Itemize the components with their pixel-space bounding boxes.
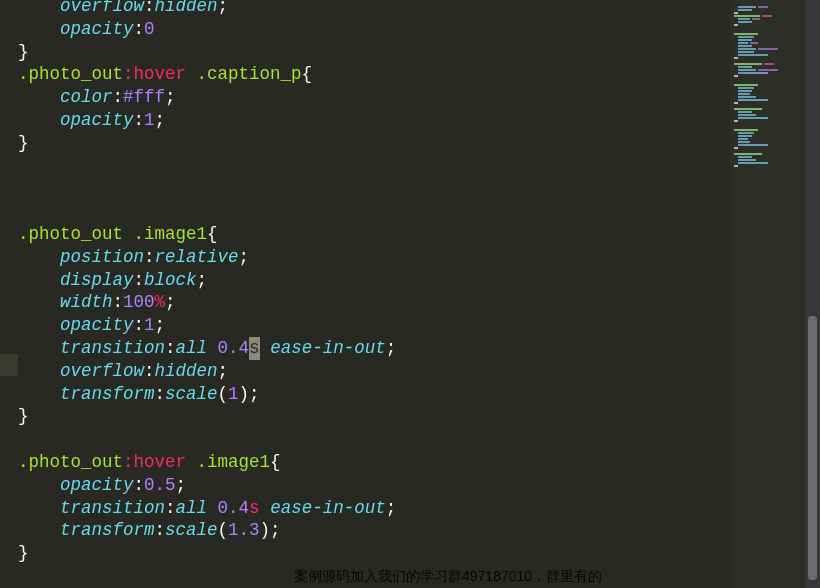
minimap-line	[734, 15, 760, 17]
minimap-line	[738, 138, 748, 140]
code-line[interactable]: }	[18, 405, 29, 428]
gutter-current-line-mark	[0, 354, 18, 376]
minimap-line	[734, 24, 738, 26]
minimap-line	[734, 102, 738, 104]
minimap-line	[758, 6, 768, 8]
minimap-line	[738, 156, 752, 158]
minimap-line	[734, 120, 738, 122]
minimap-line	[734, 57, 738, 59]
minimap-line	[738, 54, 768, 56]
minimap-line	[738, 18, 750, 20]
vertical-scrollbar-track[interactable]	[805, 0, 820, 588]
minimap-line	[738, 99, 768, 101]
code-line[interactable]: .photo_out:hover .caption_p{	[18, 63, 312, 86]
minimap-line	[738, 6, 756, 8]
minimap-line	[738, 144, 768, 146]
minimap-line	[734, 147, 738, 149]
minimap-line	[738, 162, 768, 164]
code-line[interactable]: width:100%;	[18, 291, 176, 314]
minimap-line	[738, 39, 752, 41]
minimap-line	[738, 111, 752, 113]
code-line[interactable]: }	[18, 542, 29, 565]
editor-gutter	[0, 0, 18, 588]
minimap-line	[764, 63, 774, 65]
minimap-line	[738, 66, 752, 68]
minimap-line	[734, 108, 762, 110]
code-line[interactable]: opacity:1;	[18, 109, 165, 132]
code-line[interactable]: opacity:1;	[18, 314, 165, 337]
minimap-line	[738, 159, 756, 161]
minimap-line	[738, 141, 750, 143]
minimap-line	[738, 45, 752, 47]
watermark-text: 案例源码加入我们的学习群497187010，群里有的	[294, 565, 602, 588]
minimap-line	[734, 12, 738, 14]
minimap-line	[738, 72, 768, 74]
minimap-line	[734, 129, 758, 131]
minimap-line	[738, 132, 754, 134]
code-line[interactable]: color:#fff;	[18, 86, 176, 109]
code-line[interactable]: opacity:0	[18, 18, 155, 41]
code-line[interactable]: transition:all 0.4s ease-in-out;	[18, 497, 396, 520]
minimap-line	[758, 69, 778, 71]
minimap-line	[738, 51, 754, 53]
minimap-line	[734, 33, 758, 35]
minimap-line	[738, 90, 752, 92]
minimap-line	[738, 87, 754, 89]
minimap-line	[734, 75, 738, 77]
code-line[interactable]: transform:scale(1);	[18, 383, 260, 406]
code-line[interactable]: position:relative;	[18, 246, 249, 269]
minimap-line	[758, 48, 778, 50]
minimap-line	[762, 15, 772, 17]
minimap-line	[734, 84, 758, 86]
editor-cursor: s	[249, 337, 260, 360]
minimap-line	[752, 18, 760, 20]
minimap-line	[738, 69, 756, 71]
minimap-line	[734, 153, 762, 155]
minimap-line	[750, 42, 758, 44]
minimap[interactable]	[730, 0, 805, 588]
minimap-line	[738, 93, 750, 95]
minimap-line	[734, 165, 738, 167]
minimap-line	[738, 36, 754, 38]
minimap-line	[738, 9, 752, 11]
code-line[interactable]: transition:all 0.4s ease-in-out;	[18, 337, 396, 360]
code-editor[interactable]: overflow:hidden; opacity:0}.photo_out:ho…	[0, 0, 730, 588]
minimap-line	[738, 42, 748, 44]
code-line[interactable]: .photo_out .image1{	[18, 223, 218, 246]
code-line[interactable]: }	[18, 41, 29, 64]
minimap-line	[738, 96, 756, 98]
minimap-line	[738, 135, 752, 137]
minimap-line	[738, 114, 756, 116]
code-line[interactable]: display:block;	[18, 269, 207, 292]
code-line[interactable]: opacity:0.5;	[18, 474, 186, 497]
vertical-scrollbar-thumb[interactable]	[808, 316, 817, 580]
code-line[interactable]: }	[18, 132, 29, 155]
minimap-line	[738, 48, 756, 50]
code-line[interactable]: overflow:hidden;	[18, 360, 228, 383]
minimap-line	[738, 21, 752, 23]
minimap-line	[738, 117, 768, 119]
code-line[interactable]: transform:scale(1.3);	[18, 519, 281, 542]
code-line[interactable]: .photo_out:hover .image1{	[18, 451, 281, 474]
minimap-line	[734, 63, 762, 65]
code-line[interactable]: overflow:hidden;	[18, 0, 228, 18]
